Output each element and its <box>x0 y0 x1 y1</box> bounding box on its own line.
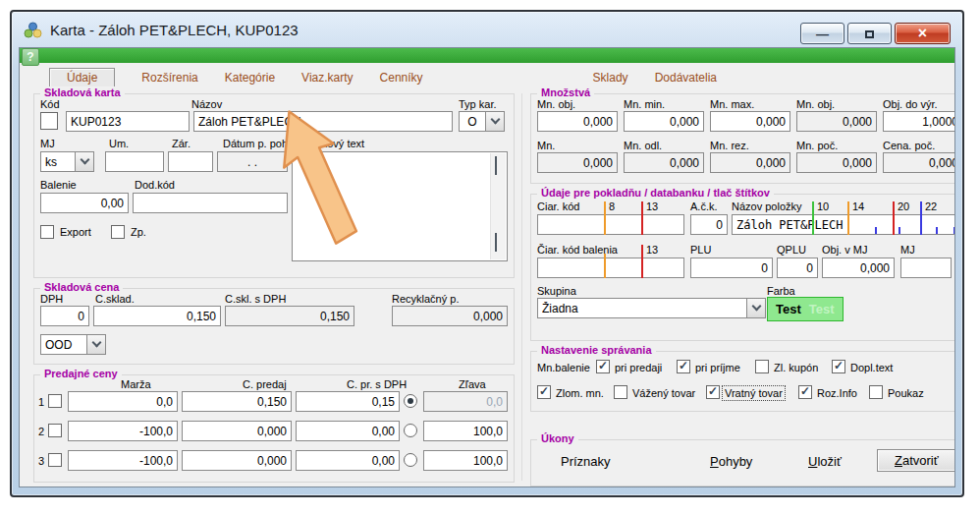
cskldph-input[interactable] <box>225 306 354 326</box>
marza-input[interactable] <box>68 450 178 471</box>
ack-input[interactable] <box>690 214 728 235</box>
dph-label: DPH <box>40 293 63 305</box>
price-row-radio[interactable] <box>404 424 417 437</box>
price-row-radio[interactable] <box>404 394 417 408</box>
qty-input[interactable] <box>883 111 955 132</box>
mj-dropdown-button[interactable] <box>75 151 94 172</box>
ulozit-button[interactable]: Uložiť <box>808 454 842 469</box>
kod-input[interactable] <box>66 111 190 132</box>
zlom-mn-checkbox[interactable] <box>537 385 551 399</box>
price-row-checkbox[interactable] <box>48 394 62 408</box>
predaj-input[interactable] <box>182 421 292 441</box>
ood-dropdown-button[interactable] <box>86 334 106 355</box>
plu-input[interactable] <box>690 258 773 278</box>
scroll-up-icon[interactable] <box>495 156 497 175</box>
marza-input[interactable] <box>68 391 178 412</box>
zatvorit-button[interactable]: Zatvoriť <box>877 449 955 472</box>
csklad-input[interactable] <box>93 306 221 326</box>
maximize-button[interactable] <box>847 23 892 44</box>
mj-input[interactable] <box>40 151 76 172</box>
qty-input[interactable] <box>710 111 790 132</box>
vratny-tovar-label: Vratný tovar <box>723 386 785 400</box>
dopl-text-checkbox[interactable] <box>832 360 845 373</box>
close-button[interactable]: × <box>895 23 951 44</box>
balenia-input[interactable] <box>537 258 684 278</box>
group-skladova-cena: Skladová cena DPH C.sklad. C.skl. s DPH … <box>33 288 515 365</box>
qty-input[interactable] <box>624 111 704 132</box>
dialog-client-area: ? Údaje Rozšírenia Kategórie Viaz.karty … <box>19 47 955 487</box>
right-panel: Množstvá Mn. obj. Mn. min. Mn. max. Mn. … <box>530 93 955 486</box>
kod-checkbox[interactable] <box>40 112 58 130</box>
tab-sklady[interactable]: Sklady <box>593 71 628 85</box>
marza-input[interactable] <box>68 421 178 441</box>
doplnkovy-textarea[interactable] <box>292 151 508 261</box>
qty-input[interactable] <box>537 111 618 132</box>
datum-input[interactable] <box>217 151 288 172</box>
tab-viazkarty[interactable]: Viaz.karty <box>301 71 353 85</box>
predaj-input[interactable] <box>182 391 292 412</box>
price-row-checkbox[interactable] <box>48 453 62 467</box>
qty-input[interactable] <box>796 111 877 132</box>
scroll-down-icon[interactable] <box>495 233 497 252</box>
qty-input[interactable] <box>710 152 790 173</box>
textarea-scrollbar[interactable] <box>490 153 506 259</box>
zl-kupon-checkbox[interactable] <box>755 360 769 373</box>
vratny-tovar-checkbox[interactable] <box>706 385 720 399</box>
um-input[interactable] <box>105 151 164 172</box>
mj2-input[interactable] <box>900 258 952 278</box>
skupina-input[interactable] <box>537 298 747 318</box>
name-marker-line <box>847 201 849 235</box>
nazov-input[interactable] <box>193 111 453 132</box>
zar-input[interactable] <box>168 151 213 172</box>
typ-kar-dropdown-button[interactable] <box>485 111 505 132</box>
dph-input[interactable] <box>40 306 89 326</box>
zp-checkbox[interactable] <box>111 225 125 239</box>
price-row-radio[interactable] <box>404 453 417 467</box>
zlava-input[interactable] <box>423 450 508 471</box>
pri-prijme-checkbox[interactable] <box>677 360 690 373</box>
zlava-input[interactable] <box>423 421 508 441</box>
qty-input[interactable] <box>883 152 955 173</box>
zlava-input[interactable] <box>423 391 508 412</box>
ood-input[interactable] <box>40 334 87 355</box>
minimize-icon: — <box>816 27 829 41</box>
qty-label: Obj. do výr. <box>883 98 938 110</box>
recykl-input[interactable] <box>392 306 508 326</box>
name-tick <box>953 227 955 234</box>
poukaz-checkbox[interactable] <box>869 385 883 399</box>
qplu-label: QPLU <box>777 244 806 256</box>
minimize-button[interactable]: — <box>800 23 844 44</box>
ciarkod-input[interactable] <box>537 214 684 235</box>
skupina-dropdown-button[interactable] <box>746 298 766 318</box>
pohyby-button[interactable]: Pohyby <box>710 454 752 469</box>
tab-kategorie[interactable]: Kategórie <box>225 71 275 85</box>
export-label: Export <box>58 225 93 239</box>
predaj-input[interactable] <box>182 450 292 471</box>
farba-button[interactable]: Test Test <box>767 297 844 321</box>
predaj-dph-input[interactable] <box>296 391 400 412</box>
predaj-dph-input[interactable] <box>296 450 400 471</box>
help-button[interactable]: ? <box>22 48 39 66</box>
qty-input[interactable] <box>796 152 877 173</box>
qplu-input[interactable] <box>777 258 818 278</box>
export-checkbox[interactable] <box>40 225 54 239</box>
predaj-dph-input[interactable] <box>296 421 400 441</box>
tab-rozsirenia[interactable]: Rozšírenia <box>141 71 197 85</box>
vazeny-tovar-checkbox[interactable] <box>614 385 627 399</box>
dodkod-input[interactable] <box>133 193 288 213</box>
tab-udaje[interactable]: Údaje <box>49 68 115 87</box>
tab-dodavatelia[interactable]: Dodávatelia <box>655 71 717 85</box>
tab-cenniky[interactable]: Cenníky <box>380 71 423 85</box>
pri-predaji-checkbox[interactable] <box>596 360 610 373</box>
qty-input[interactable] <box>624 152 704 173</box>
typ-kar-input[interactable] <box>459 111 486 132</box>
priznaky-button[interactable]: Príznaky <box>561 454 611 469</box>
balenie-input[interactable] <box>40 193 129 213</box>
group-title: Skladová karta <box>40 86 125 98</box>
roz-info-checkbox[interactable] <box>798 385 812 399</box>
row-number: 3 <box>38 455 44 467</box>
qty-input[interactable] <box>537 152 618 173</box>
poukaz-label: Poukaz <box>886 386 926 400</box>
price-row-checkbox[interactable] <box>48 424 62 437</box>
objvmj-input[interactable] <box>822 258 895 278</box>
